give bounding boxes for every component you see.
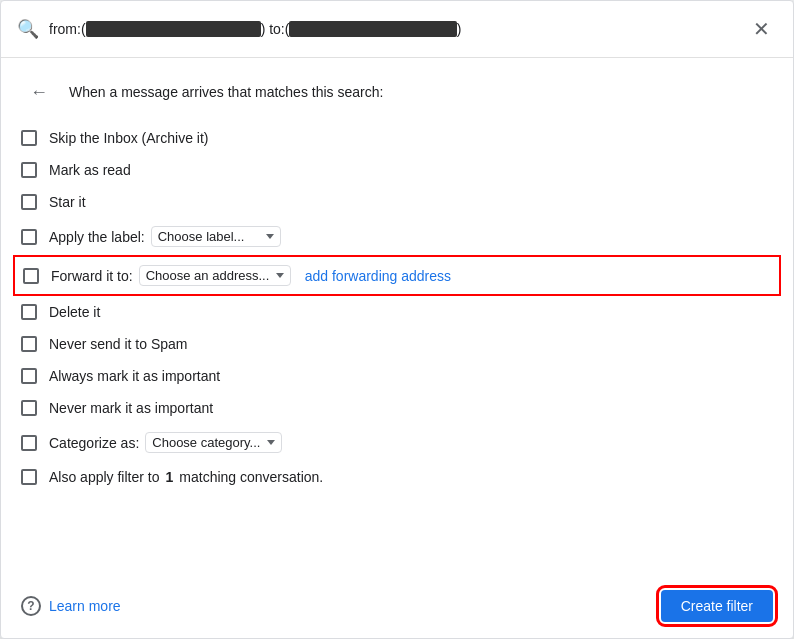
checkbox-apply-label[interactable] xyxy=(21,229,37,245)
dialog-footer: ? Learn more Create filter xyxy=(1,578,793,638)
add-forwarding-link[interactable]: add forwarding address xyxy=(305,268,451,284)
label-never-important: Never mark it as important xyxy=(49,400,213,416)
option-star-it: Star it xyxy=(21,186,773,218)
checkbox-forward-it[interactable] xyxy=(23,268,39,284)
option-skip-inbox: Skip the Inbox (Archive it) xyxy=(21,122,773,154)
option-never-important: Never mark it as important xyxy=(21,392,773,424)
option-also-apply: Also apply filter to 1 matching conversa… xyxy=(21,461,773,493)
header-query: from:(█████████9@gmail.com) to:(████████… xyxy=(49,21,461,37)
option-always-important: Always mark it as important xyxy=(21,360,773,392)
checkbox-delete-it[interactable] xyxy=(21,304,37,320)
header-search: 🔍 from:(█████████9@gmail.com) to:(██████… xyxy=(17,18,745,40)
label-never-spam: Never send it to Spam xyxy=(49,336,188,352)
sender-masked: █████████9@gmail.com xyxy=(86,21,261,37)
dialog-body: ← When a message arrives that matches th… xyxy=(1,58,793,570)
option-forward-it: Forward it to: Choose an address... add … xyxy=(13,255,781,296)
create-filter-button[interactable]: Create filter xyxy=(661,590,773,622)
option-never-spam: Never send it to Spam xyxy=(21,328,773,360)
label-skip-inbox: Skip the Inbox (Archive it) xyxy=(49,130,209,146)
label-delete-it: Delete it xyxy=(49,304,100,320)
subtitle-row: ← When a message arrives that matches th… xyxy=(21,58,773,122)
option-apply-label: Apply the label: Choose label... xyxy=(21,218,773,255)
back-button[interactable]: ← xyxy=(21,74,57,110)
option-categorize: Categorize as: Choose category... xyxy=(21,424,773,461)
checkbox-skip-inbox[interactable] xyxy=(21,130,37,146)
learn-more-row: ? Learn more xyxy=(21,596,121,616)
subtitle-text: When a message arrives that matches this… xyxy=(69,84,383,100)
label-always-important: Always mark it as important xyxy=(49,368,220,384)
label-mark-read: Mark as read xyxy=(49,162,131,178)
dialog-header: 🔍 from:(█████████9@gmail.com) to:(██████… xyxy=(1,1,793,58)
label-star-it: Star it xyxy=(49,194,86,210)
label-also-apply: Also apply filter to 1 matching conversa… xyxy=(49,469,323,485)
learn-more-link[interactable]: Learn more xyxy=(49,598,121,614)
search-icon: 🔍 xyxy=(17,18,39,40)
checkbox-star-it[interactable] xyxy=(21,194,37,210)
option-delete-it: Delete it xyxy=(21,296,773,328)
forward-address-select[interactable]: Choose an address... xyxy=(139,265,291,286)
recipient-masked: █████████@gmail.com xyxy=(289,21,456,37)
checkbox-never-important[interactable] xyxy=(21,400,37,416)
close-button[interactable]: ✕ xyxy=(745,13,777,45)
label-select[interactable]: Choose label... xyxy=(151,226,281,247)
label-categorize: Categorize as: Choose category... xyxy=(49,432,282,453)
filter-dialog: 🔍 from:(█████████9@gmail.com) to:(██████… xyxy=(0,0,794,639)
label-apply-label: Apply the label: Choose label... xyxy=(49,226,281,247)
options-list: Skip the Inbox (Archive it) Mark as read… xyxy=(21,122,773,493)
label-forward-it: Forward it to: Choose an address... add … xyxy=(51,265,451,286)
category-select[interactable]: Choose category... xyxy=(145,432,282,453)
checkbox-categorize[interactable] xyxy=(21,435,37,451)
checkbox-never-spam[interactable] xyxy=(21,336,37,352)
checkbox-always-important[interactable] xyxy=(21,368,37,384)
checkbox-also-apply[interactable] xyxy=(21,469,37,485)
help-icon: ? xyxy=(21,596,41,616)
option-mark-read: Mark as read xyxy=(21,154,773,186)
checkbox-mark-read[interactable] xyxy=(21,162,37,178)
